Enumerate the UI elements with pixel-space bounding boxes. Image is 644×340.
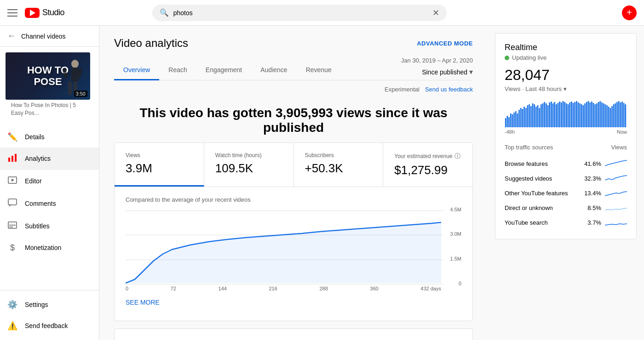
traffic-browse-label: Browse features: [505, 160, 548, 167]
analytics-label: Analytics: [25, 155, 51, 162]
svg-marker-15: [126, 222, 441, 283]
traffic-browse-right: 41.6%: [584, 159, 627, 168]
svg-rect-63: [584, 103, 586, 127]
tabs-date-row: Overview Reach Engagement Audience Reven…: [114, 57, 473, 80]
tab-revenue[interactable]: Revenue: [297, 61, 341, 80]
chart-area: Compared to the average of your recent v…: [115, 187, 472, 321]
svg-rect-87: [625, 104, 626, 127]
sidebar-item-analytics[interactable]: Analytics: [0, 147, 99, 170]
info-icon[interactable]: ⓘ: [454, 152, 460, 160]
experimental-link[interactable]: Experimental: [385, 86, 420, 93]
see-more-button[interactable]: SEE MORE: [126, 293, 160, 312]
settings-label: Settings: [25, 301, 48, 308]
svg-rect-36: [539, 108, 540, 127]
svg-rect-70: [596, 103, 598, 127]
x-label-end: Now: [617, 129, 627, 135]
tab-engagement[interactable]: Engagement: [196, 61, 251, 80]
metric-views-value: 3.9M: [126, 161, 193, 176]
clear-search-icon[interactable]: ✕: [432, 8, 439, 18]
traffic-search-label: YouTube search: [505, 219, 548, 226]
sidebar-item-feedback[interactable]: ⚠️ Send feedback: [0, 315, 99, 336]
metric-watch-time-value: 109.5K: [215, 161, 282, 176]
tabs: Overview Reach Engagement Audience Reven…: [114, 61, 341, 80]
metric-views-label: Views: [126, 152, 193, 159]
svg-rect-69: [594, 104, 596, 127]
traffic-item-browse[interactable]: Browse features 41.6%: [505, 156, 627, 171]
x-label-0: 0: [126, 286, 128, 291]
sidebar-item-editor[interactable]: Editor: [0, 170, 99, 193]
svg-rect-56: [573, 103, 574, 127]
svg-rect-18: [508, 117, 510, 127]
studio-text: Studio: [42, 8, 64, 17]
advanced-mode-button[interactable]: ADVANCED MODE: [417, 40, 473, 47]
metric-watch-time[interactable]: Watch time (hours) 109.5K: [204, 143, 294, 187]
traffic-browse-pct: 41.6%: [584, 160, 601, 167]
x-label-288: 288: [319, 286, 328, 291]
traffic-suggested-right: 32.3%: [584, 174, 627, 183]
tab-overview[interactable]: Overview: [114, 61, 159, 80]
create-button[interactable]: +: [622, 6, 637, 20]
main-layout: ← Channel videos HOW TOPOSE 3:50 How To …: [0, 26, 644, 340]
sidebar-item-monetization[interactable]: $ Monetization: [0, 238, 99, 258]
feedback-icon: ⚠️: [7, 321, 17, 331]
svg-rect-38: [542, 103, 544, 127]
suggested-sparkline: [605, 174, 627, 183]
date-range-value: Since published: [422, 68, 467, 76]
date-range-select[interactable]: Since published ▾: [422, 68, 473, 76]
back-button[interactable]: ← Channel videos: [0, 26, 99, 47]
y-label-2: 3.0M: [450, 231, 461, 237]
content-area: Video analytics ADVANCED MODE Overview R…: [99, 26, 488, 340]
svg-rect-26: [522, 109, 523, 127]
svg-rect-65: [588, 101, 589, 127]
tab-audience[interactable]: Audience: [251, 61, 296, 80]
subtitles-label: Subtitles: [25, 222, 50, 230]
direct-sparkline: [605, 203, 627, 212]
svg-rect-7: [12, 156, 13, 162]
svg-rect-54: [569, 102, 570, 127]
other-sparkline: [605, 188, 627, 198]
svg-rect-62: [583, 105, 584, 127]
editor-label: Editor: [25, 177, 42, 185]
analytics-icon: [7, 153, 17, 164]
traffic-views-label: Views: [611, 144, 627, 151]
svg-rect-4: [62, 68, 68, 79]
feedback-link[interactable]: Send us feedback: [425, 86, 473, 93]
search-bar[interactable]: 🔍 photos ✕: [152, 5, 447, 21]
realtime-bar-chart: [505, 100, 627, 127]
search-icon: 🔍: [160, 8, 169, 17]
video-thumbnail[interactable]: HOW TOPOSE 3:50: [6, 52, 90, 100]
details-label: Details: [25, 133, 45, 141]
traffic-item-suggested[interactable]: Suggested videos 32.3%: [505, 171, 627, 186]
svg-rect-50: [563, 101, 564, 127]
svg-rect-41: [547, 105, 549, 127]
traffic-item-search[interactable]: YouTube search 3.7%: [505, 215, 627, 230]
back-label: Channel videos: [21, 33, 66, 40]
sidebar-item-settings[interactable]: ⚙️ Settings: [0, 294, 99, 315]
traffic-suggested-pct: 32.3%: [584, 175, 601, 182]
svg-rect-46: [556, 104, 557, 127]
metric-views[interactable]: Views 3.9M: [115, 143, 204, 187]
views-label-text: Views · Last 48 hours: [505, 85, 562, 92]
svg-rect-42: [549, 102, 550, 127]
metric-subscribers[interactable]: Subscribers +50.3K: [294, 143, 384, 187]
svg-rect-33: [534, 104, 535, 127]
sidebar-item-subtitles[interactable]: Subtitles: [0, 215, 99, 238]
y-label-4: 0: [459, 281, 461, 286]
traffic-item-other-yt[interactable]: Other YouTube features 13.4%: [505, 186, 627, 200]
sidebar-item-details[interactable]: ✏️ Details: [0, 126, 99, 147]
page-title: Video analytics: [114, 37, 188, 50]
tab-reach[interactable]: Reach: [159, 61, 196, 80]
traffic-sources-label: Top traffic sources: [505, 144, 553, 151]
svg-rect-35: [537, 105, 539, 127]
main-content: Video analytics ADVANCED MODE Overview R…: [99, 26, 488, 340]
search-input[interactable]: photos: [173, 9, 428, 17]
nav-left: Studio: [7, 8, 64, 18]
svg-rect-68: [593, 103, 594, 127]
metric-revenue[interactable]: Your estimated revenue ⓘ $1,275.99: [383, 143, 472, 187]
traffic-item-direct[interactable]: Direct or unknown 8.5%: [505, 200, 627, 215]
sidebar-item-comments[interactable]: Comments: [0, 193, 99, 215]
realtime-label[interactable]: Views · Last 48 hours ▾: [505, 85, 627, 92]
metrics-row: Views 3.9M Watch time (hours) 109.5K Sub…: [115, 143, 472, 187]
svg-rect-23: [517, 113, 518, 127]
menu-button[interactable]: [7, 9, 17, 17]
